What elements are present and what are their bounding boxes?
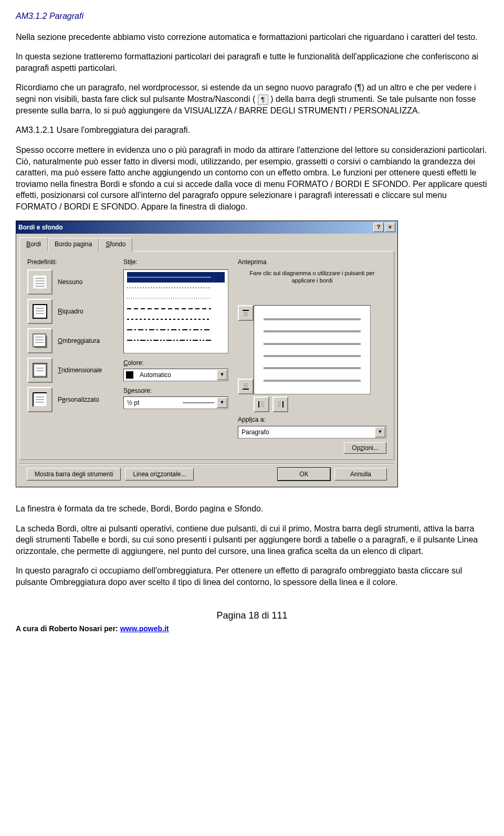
style-column: Stile: Colore: Automatico ▼ Spessor: [123, 258, 228, 452]
preset-custom-icon[interactable]: [27, 387, 52, 412]
preview-label: Anteprima: [238, 258, 386, 266]
paragraph: In questo paragrafo ci occupiamo dell'om…: [16, 565, 488, 588]
tabstrip: Bordi Bordo pagina Sfondo: [16, 234, 397, 250]
style-option[interactable]: [127, 304, 225, 314]
section-heading: AM3.1.2 Paragrafi: [16, 11, 488, 22]
preset-box-icon[interactable]: [27, 299, 52, 324]
preview-column: Anteprima Fare clic sul diagramma o util…: [238, 258, 386, 452]
preset-3d-icon[interactable]: [27, 358, 52, 383]
paragraph: Ricordiamo che un paragrafo, nel wordpro…: [16, 82, 488, 116]
show-toolbar-button[interactable]: Mostra barra degli strumenti: [27, 468, 121, 480]
preset-3d[interactable]: Tridimensionale: [27, 358, 114, 383]
page-number: Pagina 18 di 111: [16, 609, 488, 622]
preview-diagram[interactable]: [254, 305, 371, 394]
svg-rect-0: [33, 275, 47, 289]
style-option[interactable]: [127, 293, 225, 304]
dialog-button-row: Mostra barra degli strumenti Linea orizz…: [19, 463, 394, 487]
preview-area: [238, 289, 386, 410]
preview-hint: Fare clic sul diagramma o utilizzare i p…: [238, 269, 386, 285]
style-option[interactable]: [127, 283, 225, 293]
border-right-button[interactable]: [272, 396, 288, 412]
tab-bordo-pagina[interactable]: Bordo pagina: [48, 238, 99, 252]
border-bottom-button[interactable]: [238, 379, 254, 394]
chevron-down-icon[interactable]: ▼: [217, 370, 227, 380]
horizontal-line-button[interactable]: Linea orizzontale...: [125, 468, 194, 480]
preset-3d-label: Tridimensionale: [58, 366, 102, 374]
preset-box[interactable]: Riquadro: [27, 299, 114, 324]
border-left-button[interactable]: [254, 396, 269, 412]
color-combo[interactable]: Automatico ▼: [123, 369, 228, 381]
paragraph: Spesso occorre mettere in evidenza uno o…: [16, 144, 488, 213]
paragraph: In questa sezione tratteremo formattazio…: [16, 51, 488, 74]
weight-label: Spessore:: [123, 386, 228, 395]
credit-link[interactable]: www.poweb.it: [120, 624, 169, 633]
tab-sfondo[interactable]: Sfondo: [99, 238, 132, 252]
credit-text: A cura di Roberto Nosari per:: [16, 624, 120, 633]
close-button[interactable]: ×: [385, 223, 395, 232]
paragraph: La scheda Bordi, oltre ai pulsanti opera…: [16, 523, 488, 557]
style-option[interactable]: [127, 314, 225, 325]
apply-value: Paragrafo: [238, 428, 374, 436]
preset-none[interactable]: Nessuno: [27, 269, 114, 295]
weight-combo[interactable]: ½ pt ▼: [123, 396, 228, 409]
style-option-solid[interactable]: [127, 272, 225, 283]
pilcrow-icon: ¶: [258, 95, 268, 105]
paragraph: La finestra è formata da tre schede, Bor…: [16, 503, 488, 515]
chevron-down-icon[interactable]: ▼: [375, 427, 385, 437]
dialog-title: Bordi e sfondo: [18, 223, 372, 232]
chevron-down-icon[interactable]: ▼: [217, 398, 227, 408]
preset-shadow[interactable]: Ombreggiatura: [27, 328, 114, 353]
preset-shadow-label: Ombreggiatura: [58, 337, 100, 345]
preset-none-label: Nessuno: [58, 278, 82, 286]
preset-none-icon[interactable]: [27, 269, 52, 295]
tab-bordi[interactable]: Bordi: [19, 237, 48, 251]
color-swatch-icon: [126, 371, 133, 379]
color-value: Automatico: [136, 371, 216, 379]
titlebar[interactable]: Bordi e sfondo ? ×: [16, 221, 397, 234]
preset-custom-label: Personalizzato: [58, 395, 99, 404]
preset-custom[interactable]: Personalizzato: [27, 387, 114, 412]
credit-line: A cura di Roberto Nosari per: www.poweb.…: [16, 624, 488, 634]
dialog-panel: Predefiniti: Nessuno Riquadro Ombreggiat…: [19, 251, 394, 460]
apply-combo[interactable]: Paragrafo ▼: [238, 426, 386, 438]
style-option[interactable]: [127, 325, 225, 335]
cancel-button[interactable]: Annulla: [334, 468, 387, 480]
style-label: Stile:: [123, 258, 228, 266]
preset-shadow-icon[interactable]: [27, 328, 52, 353]
apply-label: Applica a:: [238, 415, 386, 424]
ok-button[interactable]: OK: [278, 468, 330, 480]
borders-dialog: Bordi e sfondo ? × Bordi Bordo pagina Sf…: [16, 221, 398, 487]
preset-box-label: Riquadro: [58, 307, 83, 316]
paragraph: Nella sezione precedente abbiamo visto c…: [16, 32, 488, 43]
border-top-button[interactable]: [238, 305, 254, 321]
presets-label: Predefiniti:: [27, 258, 114, 266]
style-listbox[interactable]: [123, 269, 228, 353]
subsection-heading: AM3.1.2.1 Usare l'ombreggiatura dei para…: [16, 124, 488, 136]
weight-field: Spessore: ½ pt ▼: [123, 386, 228, 409]
apply-field: Applica a: Paragrafo ▼: [238, 415, 386, 438]
presets-column: Predefiniti: Nessuno Riquadro Ombreggiat…: [27, 258, 114, 452]
help-button[interactable]: ?: [373, 223, 384, 232]
options-button[interactable]: Opzioni...: [344, 442, 386, 454]
color-field: Colore: Automatico ▼: [123, 359, 228, 381]
style-option[interactable]: [127, 335, 225, 346]
color-label: Colore:: [123, 359, 228, 367]
weight-value: ½ pt: [124, 399, 183, 407]
page-footer: Pagina 18 di 111 A cura di Roberto Nosar…: [16, 609, 488, 634]
